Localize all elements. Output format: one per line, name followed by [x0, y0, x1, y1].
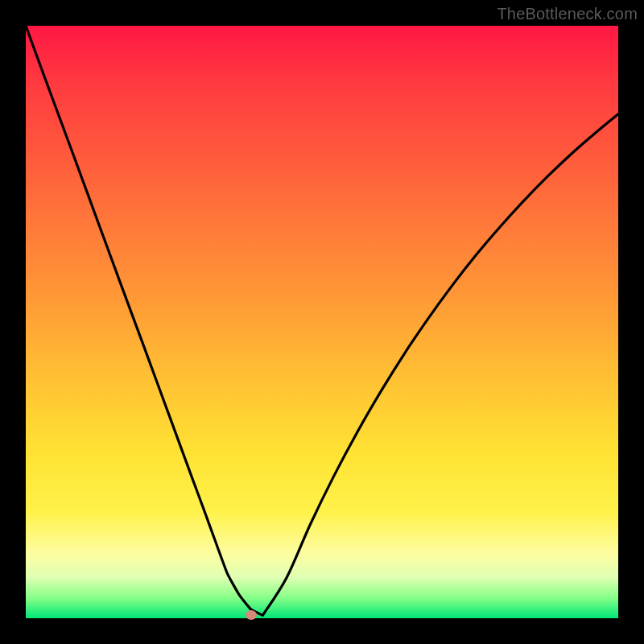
watermark-text: TheBottleneck.com	[497, 5, 638, 23]
chart-frame: TheBottleneck.com	[0, 0, 644, 644]
optimal-marker	[246, 610, 257, 620]
plot-area	[26, 26, 618, 618]
bottleneck-curve	[26, 26, 618, 618]
